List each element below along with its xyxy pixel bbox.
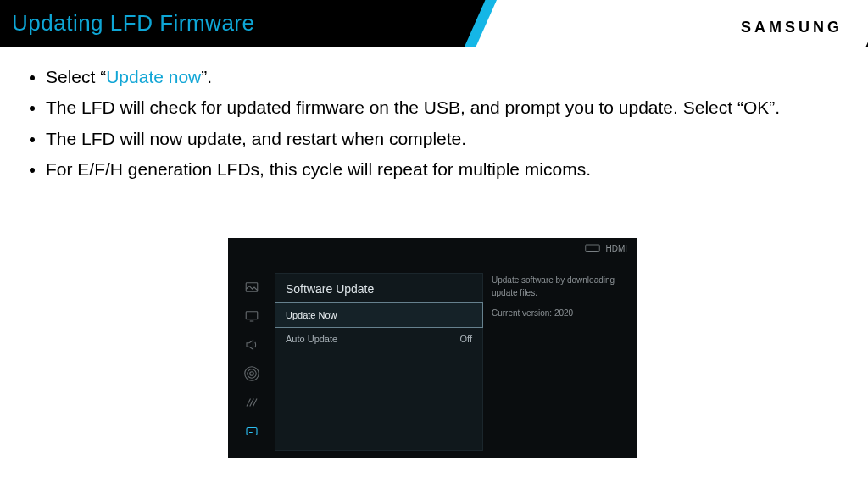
broadcast-icon[interactable] <box>244 366 259 381</box>
picture-icon[interactable] <box>244 280 259 295</box>
hdmi-icon <box>585 244 606 253</box>
tv-sidebar <box>244 280 261 452</box>
step-4: For E/F/H generation LFDs, this cycle wi… <box>46 157 843 182</box>
help-line-1: Update software by downloading update fi… <box>492 274 627 299</box>
step-2: The LFD will check for updated firmware … <box>46 95 843 120</box>
help-panel: Update software by downloading update fi… <box>492 274 627 320</box>
panel-title: Software Update <box>275 274 482 303</box>
step-1: Select “Update now”. <box>46 64 843 90</box>
step-1-post: ”. <box>201 67 212 86</box>
step-1-keyword: Update now <box>106 67 201 86</box>
brand-logo: SAMSUNG <box>741 19 843 36</box>
sound-icon[interactable] <box>244 337 259 352</box>
svg-point-5 <box>248 369 257 379</box>
menu-auto-update[interactable]: Auto Update Off <box>275 327 482 351</box>
source-label: HDMI <box>605 244 627 253</box>
menu-update-now[interactable]: Update Now <box>275 302 483 328</box>
help-line-2: Current version: 2020 <box>492 308 627 320</box>
menu-auto-update-label: Auto Update <box>286 334 337 344</box>
menu-auto-update-value: Off <box>460 334 472 344</box>
svg-rect-1 <box>587 252 597 253</box>
page-title: Updating LFD Firmware <box>12 10 254 36</box>
system-icon[interactable] <box>244 395 259 410</box>
svg-rect-3 <box>246 312 258 319</box>
step-1-pre: Select “ <box>46 67 106 86</box>
source-indicator: HDMI <box>585 244 627 253</box>
instruction-list: Select “Update now”. The LFD will check … <box>46 64 843 183</box>
display-icon[interactable] <box>244 308 259 324</box>
svg-rect-0 <box>585 245 599 252</box>
support-icon[interactable] <box>244 424 259 439</box>
slide-header: Updating LFD Firmware <box>0 0 868 47</box>
step-3: The LFD will now update, and restart whe… <box>46 126 843 152</box>
svg-rect-7 <box>247 428 257 435</box>
tv-screenshot: HDMI Software Update Update Now Auto Upd… <box>229 239 636 458</box>
svg-point-4 <box>250 372 254 376</box>
software-update-panel: Software Update Update Now Auto Update O… <box>275 273 483 451</box>
menu-update-now-label: Update Now <box>286 310 337 320</box>
